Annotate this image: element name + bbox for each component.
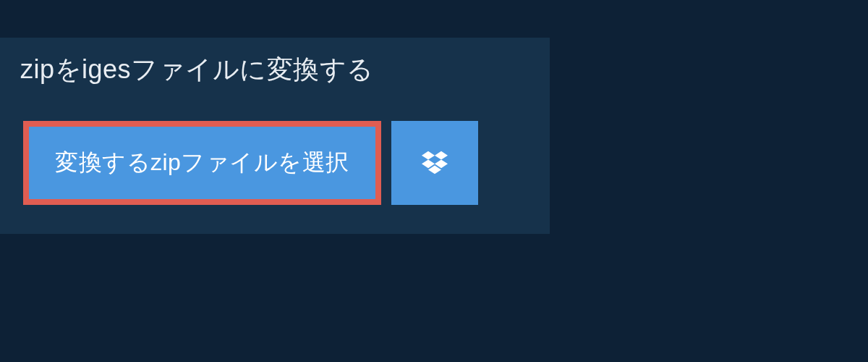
select-file-button[interactable]: 変換するzipファイルを選択: [23, 121, 381, 205]
dropbox-button[interactable]: [391, 121, 478, 205]
page-title: zipをigesファイルに変換する: [20, 52, 432, 88]
dropbox-icon: [422, 150, 448, 176]
converter-panel: zipをigesファイルに変換する 変換するzipファイルを選択: [0, 38, 550, 234]
select-file-label: 変換するzipファイルを選択: [55, 147, 349, 179]
action-button-row: 変換するzipファイルを選択: [0, 121, 550, 205]
title-bar: zipをigesファイルに変換する: [0, 38, 452, 108]
